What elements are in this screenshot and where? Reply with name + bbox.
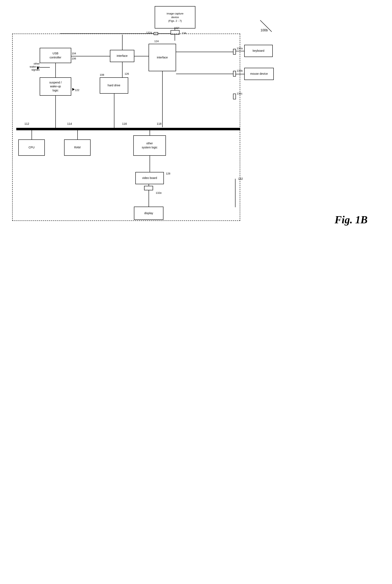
other-sys-box: other system logic xyxy=(133,135,166,156)
arrow-122 xyxy=(72,88,75,91)
fig1b-diagram: Fig. 1B 100b image capture device (Figs.… xyxy=(0,0,392,301)
connector-132c xyxy=(233,94,236,99)
label-106: 106 xyxy=(72,57,76,60)
hard-drive-box: hard drive xyxy=(100,77,128,94)
line-hd-bus xyxy=(114,94,114,128)
line-imid-132b xyxy=(176,74,233,74)
label-124: 124 xyxy=(154,40,159,43)
label-132a: 132a xyxy=(237,47,242,50)
ram-box: RAM xyxy=(64,140,90,156)
usb-controller-box: USB controller xyxy=(40,48,71,63)
connector-132a xyxy=(233,49,236,54)
label-132b: 132b xyxy=(237,69,242,72)
label-132e: 132e xyxy=(156,191,162,194)
image-capture-box: image capture device (Figs. 2 - 7) xyxy=(155,6,196,28)
other-wakeup-label: otherwake-upsignals xyxy=(13,62,40,71)
line-cpu-bus xyxy=(32,130,32,140)
line-vb-conn xyxy=(148,184,149,186)
display-box: display xyxy=(134,206,164,220)
line-imid-132a xyxy=(176,52,233,52)
interface-mid-box: interface xyxy=(148,44,176,71)
label-104: 104 xyxy=(72,52,76,55)
connector-132b xyxy=(233,71,236,76)
line-osys-bus xyxy=(150,130,150,136)
label-114: 114 xyxy=(67,122,72,126)
keyboard-box: keyboard xyxy=(244,45,273,57)
line-132d-iface xyxy=(122,34,122,50)
line-132a-kbd xyxy=(236,51,244,51)
line-usbc-suspend xyxy=(55,63,56,78)
label-112: 112 xyxy=(24,122,29,126)
cpu-box: CPU xyxy=(18,140,45,156)
line-iface-top-mid xyxy=(134,56,149,56)
line-conn-display xyxy=(148,190,149,206)
line-iface-hd xyxy=(122,62,122,77)
line-imid-bus xyxy=(162,71,162,127)
line-wakeup-usb xyxy=(40,67,50,68)
mouse-box: mouse device xyxy=(244,68,274,80)
label-122: 122 xyxy=(75,88,80,92)
label-142: 142 xyxy=(238,177,243,180)
label-128: 128 xyxy=(166,172,170,175)
label-116: 116 xyxy=(122,122,127,126)
label-118: 118 xyxy=(157,122,162,126)
arrow-wakeup xyxy=(37,66,40,70)
line-sl-bus xyxy=(55,96,56,128)
bus-line-fig1b xyxy=(16,128,240,130)
fig1b-label: Fig. 1B xyxy=(334,214,368,226)
label-132c: 132c xyxy=(237,92,242,95)
line-132b-mouse xyxy=(236,74,244,74)
label-100b: 100b xyxy=(260,28,268,32)
label-126: 126 xyxy=(124,72,129,75)
line-ram-bus xyxy=(77,130,78,140)
connector-132e xyxy=(144,186,153,190)
video-board-box: video board xyxy=(135,172,164,184)
label-108: 108 xyxy=(100,73,104,76)
line-osys-vboard xyxy=(150,156,150,172)
label-102: 102" xyxy=(174,26,179,30)
interface-top-box: interface xyxy=(110,50,134,62)
line-usb-iface-top xyxy=(71,56,110,56)
suspend-logic-box: suspend / wake-up logic xyxy=(40,77,71,96)
